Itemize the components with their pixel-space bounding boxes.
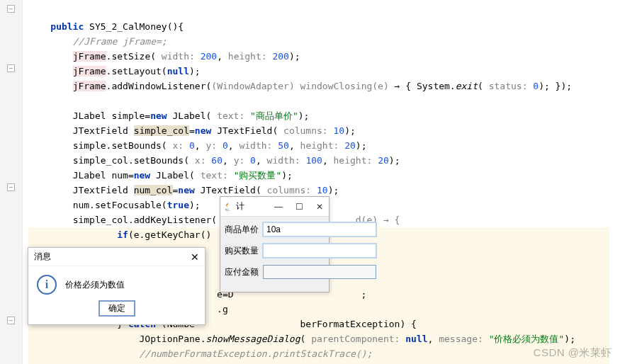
code-line: simple_col.setBounds( x: 60, y: 0, width… [28,155,400,166]
java-icon [223,202,233,212]
code-line: simple.setBounds( x: 0, y: 0, width: 50,… [28,140,367,151]
input-amount [263,265,376,279]
label-price: 商品单价 [225,224,259,236]
fold-marker-icon[interactable]: − [7,5,15,13]
label-amount: 应付金额 [225,266,259,278]
input-price[interactable] [263,222,376,237]
window-title: 计 [236,200,244,212]
input-qty[interactable] [263,244,376,258]
close-icon[interactable]: ✕ [191,251,199,263]
code-line: //numberFormatException.printStackTrace(… [28,346,609,361]
ok-button[interactable]: 确定 [98,300,135,317]
code-line: JLabel simple=new JLabel( text: "商品单价"); [28,110,309,121]
maximize-button[interactable]: ☐ [293,202,306,212]
editor-gutter: − − − − [0,0,23,364]
fold-marker-icon[interactable]: − [7,183,15,191]
watermark: CSDN @米莱虾 [534,346,612,360]
minimize-button[interactable]: — [271,202,286,212]
code-line: JTextField simple_col=new JTextField( co… [28,125,356,136]
code-line: jFrame.setLayout(null); [28,66,201,76]
code-line: } [28,361,609,364]
info-icon: i [37,275,57,295]
code-line: jFrame.addWindowListener((WindowAdapter)… [28,81,572,91]
message-dialog: 消息 ✕ i 价格必须为数值 确定 [28,247,205,325]
form-row-price: 商品单价 [225,222,325,237]
form-row-qty: 购买数量 [225,244,325,258]
fold-marker-icon[interactable]: − [7,64,15,72]
form-row-amount: 应付金额 [225,265,325,279]
titlebar[interactable]: 计 — ☐ ✕ [220,197,329,217]
dialog-titlebar[interactable]: 消息 ✕ [28,248,205,266]
dialog-title: 消息 [34,251,51,263]
code-line [28,96,34,106]
dialog-message: 价格必须为数值 [65,279,125,291]
label-qty: 购买数量 [225,245,259,257]
app-window: 计 — ☐ ✕ 商品单价 购买数量 应付金额 [220,196,330,292]
form-body: 商品单价 购买数量 应付金额 [220,217,329,292]
code-line: jFrame.setSize( width: 200, height: 200)… [28,51,300,62]
code-line: JLabel num=new JLabel( text: "购买数量"); [28,170,293,181]
code-line: JTextField num_col=new JTextField( colum… [28,185,339,195]
close-button[interactable]: ✕ [313,202,326,212]
code-line: public SY5_2_CalMoney(){ [28,21,184,32]
code-line: JOptionPane.showMessageDialog( parentCom… [28,331,609,346]
code-line: //JFrame jFrame=; [28,36,167,47]
code-line: num.setFocusable(true); [28,200,201,210]
fold-marker-icon[interactable]: − [7,317,15,324]
